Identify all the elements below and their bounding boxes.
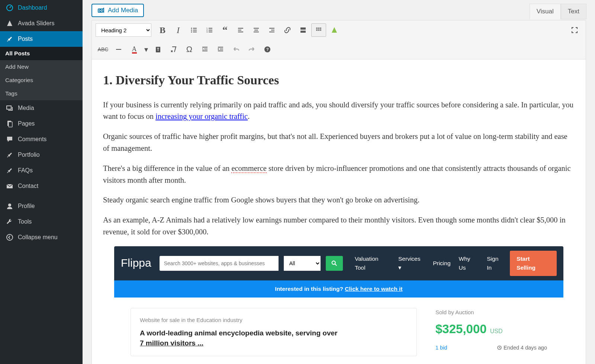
read-more-button[interactable] <box>296 23 311 37</box>
svg-rect-30 <box>300 27 306 29</box>
editor-content[interactable]: 1. Diversify Your Traffic Sources If you… <box>92 59 586 364</box>
flippa-link-whyus[interactable]: Why Us <box>459 254 479 272</box>
flippa-link-services[interactable]: Services ▾ <box>398 254 425 272</box>
pages-icon <box>5 120 14 127</box>
svg-rect-16 <box>209 28 212 29</box>
svg-rect-34 <box>318 27 319 29</box>
text-color-button[interactable]: A <box>127 43 142 56</box>
subitem-tags[interactable]: Tags <box>0 87 83 100</box>
flippa-nav-links: Valuation Tool Services ▾ Pricing Why Us… <box>355 254 505 272</box>
svg-point-8 <box>100 10 102 12</box>
italic-button[interactable]: I <box>171 23 186 37</box>
flippa-meta: 1 bid Ended 4 days ago <box>435 344 547 352</box>
hr-button[interactable] <box>111 43 126 56</box>
sidebar-item-dashboard[interactable]: Dashboard <box>0 0 83 16</box>
svg-rect-37 <box>318 29 319 31</box>
clear-formatting-button[interactable] <box>166 43 181 56</box>
svg-rect-44 <box>202 51 208 51</box>
sidebar-item-collapse[interactable]: Collapse menu <box>0 230 83 245</box>
help-button[interactable]: ? <box>260 43 275 56</box>
svg-rect-43 <box>204 49 208 49</box>
paragraph-1: If your business is currently relying pr… <box>103 99 575 123</box>
flippa-price-side: Sold by Auction $325,000 USD 1 bid Ended… <box>435 308 547 356</box>
subitem-all-posts[interactable]: All Posts <box>0 47 83 60</box>
add-media-button[interactable]: Add Media <box>91 4 144 17</box>
format-select[interactable]: Heading 2 <box>96 23 151 37</box>
svg-rect-39 <box>116 49 121 50</box>
sidebar-item-portfolio[interactable]: Portfolio <box>0 147 83 163</box>
svg-text:T: T <box>157 48 159 52</box>
align-left-button[interactable] <box>233 23 248 37</box>
strikethrough-button[interactable]: ABC <box>96 43 110 56</box>
flippa-link-pricing[interactable]: Pricing <box>433 259 450 268</box>
sidebar-item-pages[interactable]: Pages <box>0 116 83 131</box>
sidebar-label: Profile <box>18 203 35 209</box>
outdent-button[interactable] <box>197 43 212 56</box>
admin-sidebar: Dashboard Avada Sliders Posts All Posts … <box>0 0 83 364</box>
sidebar-item-media[interactable]: Media <box>0 100 83 116</box>
svg-point-9 <box>191 28 192 29</box>
flippa-link-valuation[interactable]: Valuation Tool <box>355 254 390 272</box>
svg-rect-36 <box>316 29 318 31</box>
sidebar-item-tools[interactable]: Tools <box>0 214 83 230</box>
tab-visual[interactable]: Visual <box>530 4 561 19</box>
editor-container: Heading 2 B I 123 “ ABC A <box>91 20 586 364</box>
flippa-search-button[interactable] <box>326 256 343 271</box>
flippa-search-input[interactable] <box>160 256 279 271</box>
svg-rect-18 <box>209 30 212 30</box>
avada-icon[interactable] <box>327 23 342 37</box>
svg-rect-29 <box>269 32 274 32</box>
flippa-start-selling-button[interactable]: Start Selling <box>510 251 557 276</box>
flippa-card-title: A world-leading animal encyclopedia webs… <box>140 328 408 348</box>
indent-button[interactable] <box>213 43 228 56</box>
main-content: Add Media Visual Text Heading 2 B I 123 … <box>83 0 595 364</box>
sidebar-label: Collapse menu <box>18 234 58 241</box>
organic-traffic-link[interactable]: increasing your organic traffic <box>155 112 248 120</box>
toolbar-toggle-button[interactable] <box>311 23 326 37</box>
blockquote-button[interactable]: “ <box>218 23 232 37</box>
flippa-card-subtitle: Website for sale in the Education indust… <box>140 316 408 324</box>
sidebar-item-profile[interactable]: Profile <box>0 198 83 214</box>
paste-text-button[interactable]: T <box>151 43 165 56</box>
sidebar-item-posts[interactable]: Posts <box>0 31 83 47</box>
redo-button[interactable] <box>244 43 259 56</box>
svg-rect-12 <box>193 30 197 30</box>
sidebar-label: Comments <box>18 136 46 143</box>
flippa-logo: Flippa <box>121 254 151 272</box>
flippa-listing-card[interactable]: Website for sale in the Education indust… <box>131 308 417 356</box>
flippa-sold-label: Sold by Auction <box>435 308 547 316</box>
sidebar-label: Posts <box>18 36 33 42</box>
link-button[interactable] <box>280 23 295 37</box>
subitem-categories[interactable]: Categories <box>0 74 83 87</box>
editor-mode-tabs: Visual Text <box>530 4 586 19</box>
sidebar-item-comments[interactable]: Comments <box>0 131 83 147</box>
sidebar-item-avada[interactable]: Avada Sliders <box>0 16 83 31</box>
special-char-button[interactable]: Ω <box>182 43 197 56</box>
sidebar-label: Media <box>18 105 34 111</box>
sidebar-item-contact[interactable]: Contact <box>0 178 83 194</box>
flippa-bid-count[interactable]: 1 bid <box>435 344 447 352</box>
flippa-link-signin[interactable]: Sign In <box>487 254 505 272</box>
undo-button[interactable] <box>229 43 244 56</box>
bullet-list-button[interactable] <box>186 23 201 37</box>
sidebar-item-faqs[interactable]: FAQs <box>0 163 83 178</box>
subitem-add-new[interactable]: Add New <box>0 60 83 74</box>
number-list-button[interactable]: 123 <box>202 23 217 37</box>
bold-button[interactable]: B <box>155 23 170 37</box>
camera-icon <box>97 7 105 14</box>
svg-rect-20 <box>209 32 212 32</box>
flippa-price: $325,000 USD <box>435 319 547 338</box>
color-dropdown-button[interactable]: ▾ <box>142 43 150 56</box>
svg-rect-24 <box>254 28 259 29</box>
svg-rect-14 <box>193 32 197 32</box>
toolbar-row-1: Heading 2 B I 123 “ <box>92 20 586 40</box>
collapse-icon <box>5 234 14 241</box>
flippa-watch-link[interactable]: Click here to watch it <box>345 286 402 292</box>
align-center-button[interactable] <box>249 23 264 37</box>
fullscreen-button[interactable] <box>567 23 582 37</box>
svg-rect-27 <box>269 28 274 29</box>
user-icon <box>5 202 14 210</box>
tab-text[interactable]: Text <box>561 4 586 19</box>
flippa-category-select[interactable]: All <box>284 256 321 271</box>
align-right-button[interactable] <box>264 23 279 37</box>
